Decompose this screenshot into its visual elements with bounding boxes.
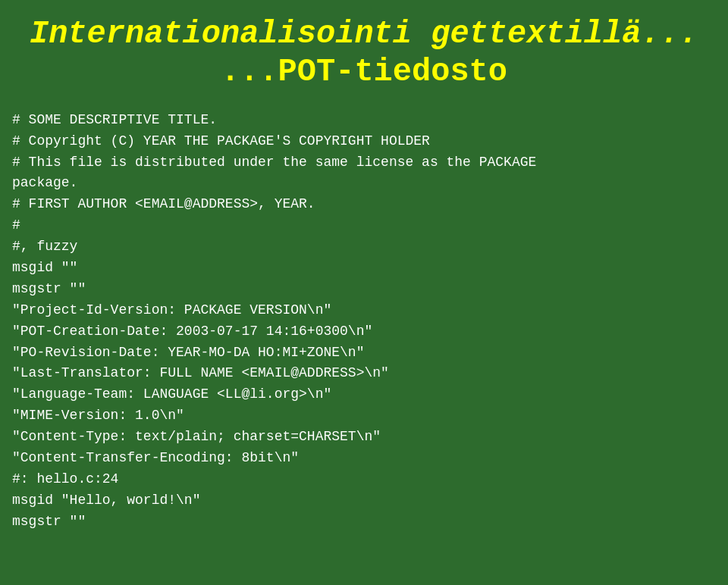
code-line: # [12,215,716,236]
code-line: "Project-Id-Version: PACKAGE VERSION\n" [12,300,716,321]
code-line: "PO-Revision-Date: YEAR-MO-DA HO:MI+ZONE… [12,343,716,364]
code-block: # SOME DESCRIPTIVE TITLE.# Copyright (C)… [12,110,716,533]
code-line: # Copyright (C) YEAR THE PACKAGE'S COPYR… [12,131,716,152]
code-line: # FIRST AUTHOR <EMAIL@ADDRESS>, YEAR. [12,194,716,215]
title-line2: ...POT-tiedosto [12,53,716,91]
code-line: #: hello.c:24 [12,469,716,490]
code-line: # SOME DESCRIPTIVE TITLE. [12,110,716,131]
code-line: # This file is distributed under the sam… [12,152,716,174]
code-line: "Language-Team: LANGUAGE <LL@li.org>\n" [12,384,716,405]
code-line: msgstr "" [12,279,716,300]
code-line: #, fuzzy [12,236,716,258]
code-line: package. [12,173,716,194]
title-line1: Internationalisointi gettextillä... [12,15,716,53]
code-line: "Last-Translator: FULL NAME <EMAIL@ADDRE… [12,363,716,384]
code-line: "Content-Type: text/plain; charset=CHARS… [12,427,716,448]
code-line: "POT-Creation-Date: 2003-07-17 14:16+030… [12,321,716,343]
title-section: Internationalisointi gettextillä... ...P… [12,15,716,92]
code-line: msgid "" [12,258,716,279]
code-line: "Content-Transfer-Encoding: 8bit\n" [12,448,716,469]
code-line: msgstr "" [12,511,716,533]
code-line: msgid "Hello, world!\n" [12,490,716,511]
code-line: "MIME-Version: 1.0\n" [12,405,716,427]
